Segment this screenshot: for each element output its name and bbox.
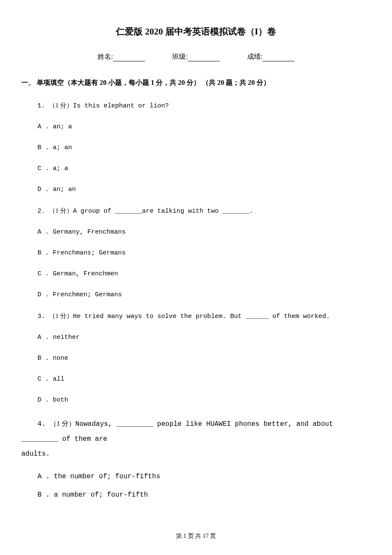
section-1-header: 一、 单项填空（本大题有 20 小题，每小题 1 分，共 20 分） （共 20… <box>21 78 371 87</box>
q3-option-a[interactable]: A . neither <box>37 332 371 343</box>
score-label: 成绩: <box>247 53 262 60</box>
q3-option-b[interactable]: B . none <box>37 353 371 364</box>
q2-body: A group of _______are talking with two _… <box>73 208 253 215</box>
exam-title: 仁爱版 2020 届中考英语模拟试卷（I）卷 <box>21 26 371 38</box>
student-info-line: 姓名: 班级: 成绩: <box>21 52 371 61</box>
q4-num: 4. <box>37 420 50 428</box>
q2-option-b[interactable]: B . Frenchmans; Germans <box>37 248 371 258</box>
page-footer: 第 1 页 共 17 页 <box>0 532 392 540</box>
question-3-text: 3. （1 分）He tried many ways to solve the … <box>37 311 371 322</box>
q1-body: Is this elephant or lion? <box>73 102 169 110</box>
q2-option-c[interactable]: C . German, Frenchmen <box>37 269 371 279</box>
q3-points: （1 分） <box>49 312 73 319</box>
question-4-text: 4. （1 分）Nowadays, _________ people like … <box>21 416 371 462</box>
question-3: 3. （1 分）He tried many ways to solve the … <box>37 311 371 405</box>
q4-option-b[interactable]: B . a number of; four-fifth <box>37 491 371 499</box>
score-field[interactable]: 成绩: <box>247 52 294 61</box>
q2-points: （1 分） <box>49 207 73 214</box>
q1-num: 1. <box>37 102 49 110</box>
q1-points: （1 分） <box>49 102 73 109</box>
class-label: 班级: <box>172 53 187 60</box>
q1-option-a[interactable]: A . an; a <box>37 122 371 132</box>
class-field[interactable]: 班级: <box>172 52 219 61</box>
q2-option-a[interactable]: A . Germany, Frenchmans <box>37 227 371 237</box>
q3-num: 3. <box>37 313 49 320</box>
question-4: 4. （1 分）Nowadays, _________ people like … <box>21 416 371 499</box>
q1-option-c[interactable]: C . a; a <box>37 164 371 174</box>
question-1-text: 1. （1 分）Is this elephant or lion? <box>37 100 371 111</box>
question-2: 2. （1 分）A group of _______are talking wi… <box>37 205 371 300</box>
name-label: 姓名: <box>98 53 113 60</box>
q1-option-d[interactable]: D . an; an <box>37 185 371 195</box>
q4-body-b: adults. <box>21 450 50 458</box>
q3-option-d[interactable]: D . both <box>37 395 371 405</box>
class-blank[interactable] <box>188 54 220 61</box>
name-field[interactable]: 姓名: <box>98 52 145 61</box>
question-1: 1. （1 分）Is this elephant or lion? A . an… <box>37 100 371 195</box>
q3-option-c[interactable]: C . all <box>37 374 371 384</box>
q2-option-d[interactable]: D . Frenchmen; Germans <box>37 290 371 300</box>
q2-num: 2. <box>37 208 49 215</box>
q1-option-b[interactable]: B . a; an <box>37 143 371 153</box>
q4-points: （1 分） <box>50 420 75 427</box>
q4-option-a[interactable]: A . the number of; four-fifths <box>37 473 371 480</box>
name-blank[interactable] <box>113 54 145 61</box>
score-blank[interactable] <box>262 54 294 61</box>
question-2-text: 2. （1 分）A group of _______are talking wi… <box>37 205 371 217</box>
q3-body: He tried many ways to solve the problem.… <box>73 313 330 320</box>
